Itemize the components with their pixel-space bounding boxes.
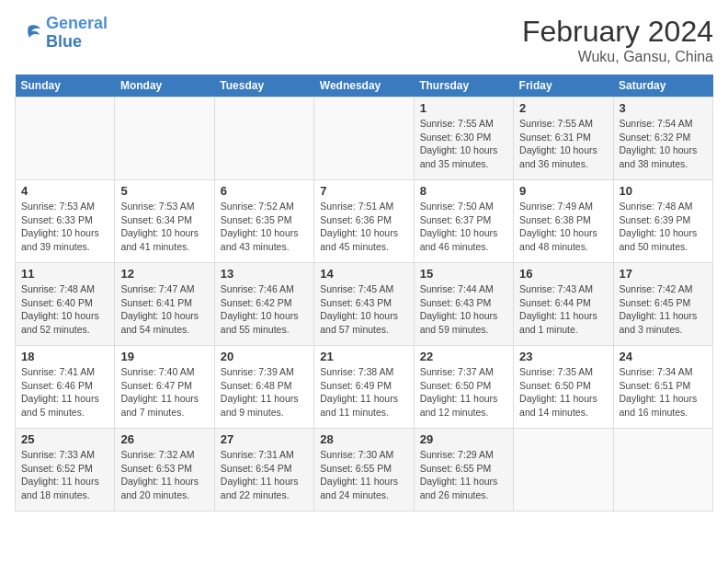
day-number: 14 (320, 267, 407, 281)
header-saturday: Saturday (613, 75, 712, 98)
day-number: 21 (320, 350, 407, 363)
day-number: 20 (221, 350, 308, 363)
calendar-cell: 27Sunrise: 7:31 AM Sunset: 6:54 PM Dayli… (214, 429, 313, 511)
header-monday: Monday (115, 75, 214, 98)
calendar-subtitle: Wuku, Gansu, China (522, 49, 713, 65)
calendar-cell: 24Sunrise: 7:34 AM Sunset: 6:51 PM Dayli… (613, 346, 712, 429)
day-info: Sunrise: 7:50 AM Sunset: 6:37 PM Dayligh… (420, 200, 507, 254)
header-tuesday: Tuesday (214, 75, 313, 98)
calendar-cell: 7Sunrise: 7:51 AM Sunset: 6:36 PM Daylig… (314, 180, 414, 263)
calendar-cell: 11Sunrise: 7:48 AM Sunset: 6:40 PM Dayli… (16, 263, 115, 346)
day-info: Sunrise: 7:47 AM Sunset: 6:41 PM Dayligh… (120, 282, 208, 337)
header-wednesday: Wednesday (314, 75, 414, 98)
header-sunday: Sunday (16, 75, 115, 98)
day-info: Sunrise: 7:48 AM Sunset: 6:39 PM Dayligh… (620, 200, 707, 254)
calendar-cell: 29Sunrise: 7:29 AM Sunset: 6:55 PM Dayli… (414, 429, 513, 511)
calendar-cell (613, 429, 712, 511)
calendar-cell: 26Sunrise: 7:32 AM Sunset: 6:53 PM Dayli… (115, 429, 214, 511)
day-number: 3 (620, 101, 707, 115)
day-info: Sunrise: 7:33 AM Sunset: 6:52 PM Dayligh… (21, 448, 108, 502)
calendar-cell: 4Sunrise: 7:53 AM Sunset: 6:33 PM Daylig… (16, 180, 115, 263)
day-number: 29 (420, 432, 507, 446)
day-info: Sunrise: 7:54 AM Sunset: 6:32 PM Dayligh… (620, 117, 707, 171)
calendar-cell: 19Sunrise: 7:40 AM Sunset: 6:47 PM Dayli… (115, 346, 214, 429)
day-info: Sunrise: 7:55 AM Sunset: 6:31 PM Dayligh… (519, 117, 607, 171)
day-number: 26 (120, 432, 208, 446)
calendar-cell: 5Sunrise: 7:53 AM Sunset: 6:34 PM Daylig… (115, 180, 214, 263)
week-row-4: 18Sunrise: 7:41 AM Sunset: 6:46 PM Dayli… (16, 346, 713, 429)
calendar-cell: 1Sunrise: 7:55 AM Sunset: 6:30 PM Daylig… (414, 98, 513, 180)
day-info: Sunrise: 7:34 AM Sunset: 6:51 PM Dayligh… (620, 365, 707, 419)
calendar-cell: 10Sunrise: 7:48 AM Sunset: 6:39 PM Dayli… (613, 180, 712, 263)
calendar-cell (115, 98, 214, 180)
day-info: Sunrise: 7:48 AM Sunset: 6:40 PM Dayligh… (21, 282, 108, 337)
day-number: 7 (320, 184, 407, 198)
day-info: Sunrise: 7:29 AM Sunset: 6:55 PM Dayligh… (420, 448, 507, 502)
calendar-cell: 17Sunrise: 7:42 AM Sunset: 6:45 PM Dayli… (613, 263, 712, 346)
day-info: Sunrise: 7:43 AM Sunset: 6:44 PM Dayligh… (519, 282, 607, 337)
day-number: 12 (120, 267, 208, 281)
day-info: Sunrise: 7:53 AM Sunset: 6:34 PM Dayligh… (120, 200, 208, 254)
calendar-cell (314, 98, 414, 180)
day-info: Sunrise: 7:35 AM Sunset: 6:50 PM Dayligh… (519, 365, 607, 419)
title-block: February 2024 Wuku, Gansu, China (522, 15, 713, 65)
day-number: 11 (21, 267, 108, 281)
calendar-cell: 20Sunrise: 7:39 AM Sunset: 6:48 PM Dayli… (214, 346, 313, 429)
calendar-cell: 8Sunrise: 7:50 AM Sunset: 6:37 PM Daylig… (414, 180, 513, 263)
day-number: 24 (620, 350, 707, 363)
calendar-cell: 25Sunrise: 7:33 AM Sunset: 6:52 PM Dayli… (16, 429, 115, 511)
page-header: General Blue February 2024 Wuku, Gansu, … (15, 15, 713, 65)
day-number: 27 (221, 432, 308, 446)
day-number: 19 (120, 350, 208, 363)
day-info: Sunrise: 7:44 AM Sunset: 6:43 PM Dayligh… (420, 282, 507, 337)
day-info: Sunrise: 7:51 AM Sunset: 6:36 PM Dayligh… (320, 200, 407, 254)
day-info: Sunrise: 7:41 AM Sunset: 6:46 PM Dayligh… (21, 365, 108, 419)
day-info: Sunrise: 7:40 AM Sunset: 6:47 PM Dayligh… (120, 365, 208, 419)
calendar-cell: 6Sunrise: 7:52 AM Sunset: 6:35 PM Daylig… (214, 180, 313, 263)
calendar-table: SundayMondayTuesdayWednesdayThursdayFrid… (15, 75, 713, 511)
day-number: 16 (519, 267, 607, 281)
day-number: 15 (420, 267, 507, 281)
day-number: 5 (120, 184, 208, 198)
day-number: 4 (21, 184, 108, 198)
calendar-header-row: SundayMondayTuesdayWednesdayThursdayFrid… (16, 75, 713, 98)
logo-icon (15, 19, 42, 47)
day-number: 13 (221, 267, 308, 281)
calendar-cell: 16Sunrise: 7:43 AM Sunset: 6:44 PM Dayli… (514, 263, 613, 346)
calendar-cell: 23Sunrise: 7:35 AM Sunset: 6:50 PM Dayli… (514, 346, 613, 429)
day-info: Sunrise: 7:49 AM Sunset: 6:38 PM Dayligh… (519, 200, 607, 254)
week-row-3: 11Sunrise: 7:48 AM Sunset: 6:40 PM Dayli… (16, 263, 713, 346)
calendar-cell (214, 98, 313, 180)
day-number: 1 (420, 101, 507, 115)
day-number: 22 (420, 350, 507, 363)
calendar-cell (16, 98, 115, 180)
day-info: Sunrise: 7:52 AM Sunset: 6:35 PM Dayligh… (221, 200, 308, 254)
day-number: 2 (519, 101, 607, 115)
calendar-cell: 13Sunrise: 7:46 AM Sunset: 6:42 PM Dayli… (214, 263, 313, 346)
day-info: Sunrise: 7:45 AM Sunset: 6:43 PM Dayligh… (320, 282, 407, 337)
day-number: 10 (620, 184, 707, 198)
week-row-1: 1Sunrise: 7:55 AM Sunset: 6:30 PM Daylig… (16, 98, 713, 180)
logo: General Blue (15, 15, 108, 52)
day-number: 25 (21, 432, 108, 446)
calendar-cell (514, 429, 613, 511)
calendar-cell: 3Sunrise: 7:54 AM Sunset: 6:32 PM Daylig… (613, 98, 712, 180)
calendar-cell: 14Sunrise: 7:45 AM Sunset: 6:43 PM Dayli… (314, 263, 414, 346)
day-number: 23 (519, 350, 607, 363)
day-info: Sunrise: 7:31 AM Sunset: 6:54 PM Dayligh… (221, 448, 308, 502)
header-thursday: Thursday (414, 75, 513, 98)
day-number: 28 (320, 432, 407, 446)
calendar-cell: 15Sunrise: 7:44 AM Sunset: 6:43 PM Dayli… (414, 263, 513, 346)
calendar-body: 1Sunrise: 7:55 AM Sunset: 6:30 PM Daylig… (16, 98, 713, 511)
week-row-5: 25Sunrise: 7:33 AM Sunset: 6:52 PM Dayli… (16, 429, 713, 511)
day-number: 17 (620, 267, 707, 281)
day-number: 18 (21, 350, 108, 363)
day-info: Sunrise: 7:30 AM Sunset: 6:55 PM Dayligh… (320, 448, 407, 502)
day-info: Sunrise: 7:53 AM Sunset: 6:33 PM Dayligh… (21, 200, 108, 254)
calendar-cell: 9Sunrise: 7:49 AM Sunset: 6:38 PM Daylig… (514, 180, 613, 263)
header-friday: Friday (514, 75, 613, 98)
day-number: 8 (420, 184, 507, 198)
day-info: Sunrise: 7:39 AM Sunset: 6:48 PM Dayligh… (221, 365, 308, 419)
day-info: Sunrise: 7:38 AM Sunset: 6:49 PM Dayligh… (320, 365, 407, 419)
calendar-cell: 22Sunrise: 7:37 AM Sunset: 6:50 PM Dayli… (414, 346, 513, 429)
